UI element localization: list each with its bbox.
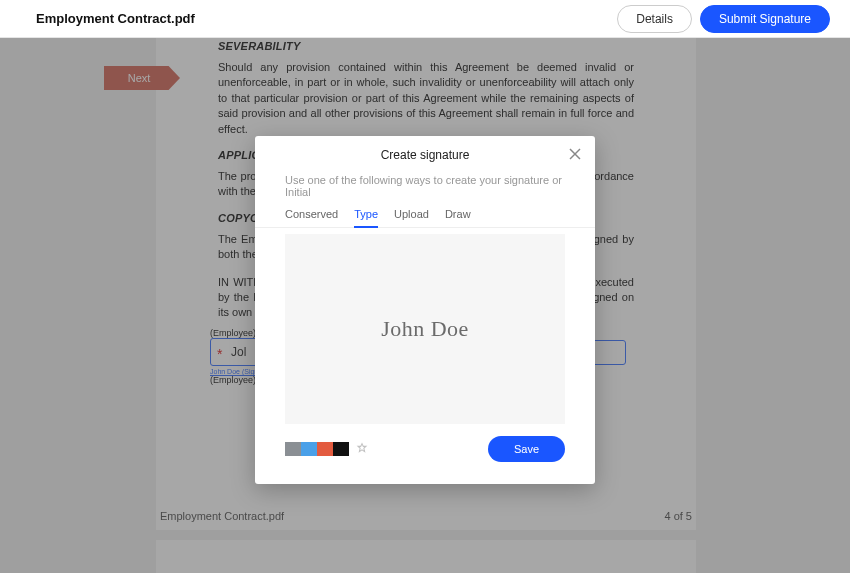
- details-button[interactable]: Details: [617, 5, 692, 33]
- color-swatches: [285, 442, 349, 456]
- tab-type[interactable]: Type: [354, 208, 378, 228]
- swatch-black[interactable]: [333, 442, 349, 456]
- modal-header: Create signature: [255, 136, 595, 174]
- modal-title: Create signature: [381, 148, 470, 162]
- swatch-orange[interactable]: [317, 442, 333, 456]
- swatch-blue[interactable]: [301, 442, 317, 456]
- tab-conserved[interactable]: Conserved: [285, 208, 338, 227]
- tab-draw[interactable]: Draw: [445, 208, 471, 227]
- close-icon[interactable]: [567, 146, 583, 162]
- modal-subtitle: Use one of the following ways to create …: [255, 174, 595, 208]
- modal-tabs: Conserved Type Upload Draw: [255, 208, 595, 228]
- tab-upload[interactable]: Upload: [394, 208, 429, 227]
- save-button[interactable]: Save: [488, 436, 565, 462]
- document-title: Employment Contract.pdf: [36, 11, 617, 26]
- document-viewport: SEVERABILITY Should any provision contai…: [0, 38, 850, 573]
- modal-footer: Save: [255, 436, 595, 462]
- submit-signature-button[interactable]: Submit Signature: [700, 5, 830, 33]
- top-bar: Employment Contract.pdf Details Submit S…: [0, 0, 850, 38]
- signature-canvas[interactable]: John Doe: [285, 234, 565, 424]
- swatch-gray[interactable]: [285, 442, 301, 456]
- reset-style-icon[interactable]: [355, 442, 369, 456]
- signature-preview-text: John Doe: [381, 316, 469, 342]
- create-signature-modal: Create signature Use one of the followin…: [255, 136, 595, 484]
